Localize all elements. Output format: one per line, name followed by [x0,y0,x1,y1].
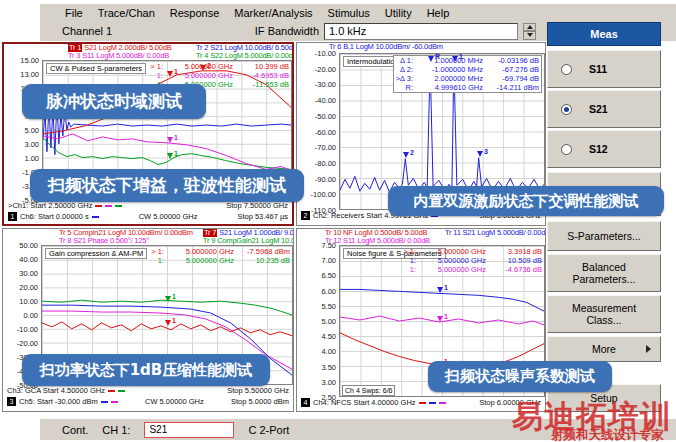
y-axis-tick: -20.00 [17,339,38,348]
plot-title: CW & Pulsed S-parameters [46,63,146,74]
trace-marker-icon: 1 [437,287,443,293]
y-axis-tick: 5.00 [321,317,336,326]
mk-v: -69.794 dB [483,74,539,83]
trace-marker-icon: 1 [167,71,173,77]
trace-marker-number: 2 [207,62,211,69]
sweep-right: Stop 5.50000 GHz [227,386,289,395]
trace-marker-number: 1 [172,317,176,324]
y-axis-tick: -10.00 [315,49,336,58]
mk-l: > 1: [150,62,163,71]
trace-marker-number: 1 [172,293,176,300]
trace-desc: S11 LogM 5.000dB/ 0.00dB [80,51,169,60]
spinner-down-icon[interactable] [523,31,536,40]
trace-marker-number: 1 [174,68,178,75]
mk-v: 3.3918 dB [486,247,542,256]
trace-desc: B,1 LogM 10.00dBm/ -60.0dBm [341,43,443,51]
trace-legend-row: Tr 3 S11 LogM 5.000dB/ 0.00dBTr 4 S22 Lo… [4,52,292,60]
trace-label: Tr 9 CompGain21 LogM 10.00dB/ 0.00dB [203,237,293,245]
menu-item-response[interactable]: Response [170,7,220,19]
mk-x: 5.000000 GHz [164,247,234,256]
trace-marker-icon: 1 [167,137,173,143]
sidebar-button-more[interactable]: More [547,336,661,362]
menu-item-trace-chan[interactable]: Trace/Chan [98,7,155,19]
marker-row: >Δ 3:2.000000 MHz-69.794 dB [396,74,539,83]
marker-row: R:4.999610 GHz-14.211 dBm [396,83,539,92]
trace-marker-number: 1 [174,150,178,157]
callout-dual-source-imd: 内置双源激励状态下交调性能测试 [388,186,664,216]
marker-row: > 1:5.000000 GHz10.399 dB [150,62,289,71]
if-bandwidth-input[interactable]: 1.0 kHz [324,23,518,40]
mk-x: 5.000000 GHz [416,247,486,256]
sweep-right: Stop 53.467 µs [237,212,288,221]
if-bandwidth-group: IF Bandwidth 1.0 kHz [255,23,536,40]
sweep-info: Ch3: GCA Start 4.50000 GHzStop 5.50000 G… [3,385,293,407]
mk-l: Δ 1: [400,56,413,65]
marker-row: Δ 2:-1.000000 MHz-67.276 dB [396,65,539,74]
sweep-right: Stop 7.50000 GHz [226,201,288,210]
trace-marker-number: R [435,53,440,60]
menu-item-utility[interactable]: Utility [385,7,412,19]
y-axis-tick: 40.00 [19,255,38,264]
status-bar: Cont. CH 1: S21 C 2-Port [40,419,676,440]
trace-desc: CompGain21 LogM 10.00dB/ 0.00dB [215,236,293,245]
meas-menu-header[interactable]: Meas [547,22,661,46]
trace-color-dash [92,216,99,218]
sidebar-button-s12[interactable]: S12 [547,130,661,168]
menu-item-stimulus[interactable]: Stimulus [328,7,370,19]
sidebar-button-s21[interactable]: S21 [547,90,661,128]
mk-v: 10.235 dB [234,256,290,265]
sweep-info-row: 3Ch5: Start -30.000 dBmCW 5.00000 GHzSto… [3,396,293,407]
y-axis-tick: 15.00 [20,56,39,65]
mk-v: -67.276 dB [483,65,539,74]
menu-item-help[interactable]: Help [427,7,450,19]
trace-color-dash [111,401,118,403]
menu-item-marker-analysis[interactable]: Marker/Analysis [234,7,312,19]
sweep-right: Stop 6.00000 GHz [479,398,541,407]
trace-marker-icon: 1 [452,56,458,62]
trace-marker-icon: 1 [165,320,171,326]
trace-id: Tr 11 [445,229,461,237]
radio-label: S12 [589,143,608,155]
if-bandwidth-label: IF Bandwidth [255,25,319,37]
mk-v: 10.399 dB [233,62,289,71]
marker-row: 1:5.000000 GHz10.509 dB [403,256,542,265]
radio-label: S11 [589,63,607,75]
sweep-indicator-label: Ch 4 Swps: 6/6 [345,386,392,395]
trace-marker-number: 1 [459,53,463,60]
channel-label: Channel 1 [62,25,112,37]
trace-label: Tr 6 B,1 LogM 10.00dBm/ -60.0dBm [329,43,443,51]
sidebar-button-s11[interactable]: S11 [547,50,661,88]
trace-color-dash [105,205,112,207]
sidebar-button-balanced-parameters[interactable]: Balanced Parameters... [547,254,661,292]
mk-v: 10.509 dB [486,256,542,265]
menu-item-file[interactable]: File [65,7,83,19]
radio-selected-icon [561,104,572,115]
y-axis-tick: 4.00 [321,347,336,356]
marker-row: > 1:5.000000 GHz3.3918 dB [403,247,542,256]
y-axis-tick: 50.00 [19,241,38,250]
sweep-mid: CW 5.00000 GHz [139,212,198,221]
y-axis-tick: 10.00 [19,297,38,306]
y-axis-tick: -100.00 [311,190,336,199]
sidebar-button-s-parameters[interactable]: S-Parameters... [547,221,661,251]
callout-swept-gain-vswr: 扫频状态下增益，驻波性能测试 [30,169,304,202]
if-bandwidth-spinner[interactable] [523,23,536,40]
spinner-up-icon[interactable] [523,23,536,32]
y-axis-tick: -30.00 [315,80,336,89]
trace-marker-number: 2 [410,149,414,156]
trace-id: Tr 3 [68,51,80,60]
sweep-mid: CW 5.00000 GHz [145,397,204,406]
trace-desc: S21 LogM 5.000dB/ 0.00dB [461,229,545,237]
sweep-info-row: Ch3: GCA Start 4.50000 GHzStop 5.50000 G… [3,385,293,396]
mk-x: -1.000000 MHz [413,65,483,74]
mk-x: 5.000000 GHz [416,265,486,274]
menu-bar: FileTrace/ChanResponseMarker/AnalysisSti… [40,4,676,21]
trace-marker-number: 1 [174,134,178,141]
status-cal-label: C 2-Port [248,424,289,436]
trace-id: Tr 8 [59,236,71,245]
trace-id: Tr 9 [203,236,215,245]
y-axis-tick: -20.00 [315,64,336,73]
y-axis-tick: 3.00 [321,377,336,386]
y-axis-tick: -50.00 [315,111,336,120]
sidebar-button-measurement-class[interactable]: Measurement Class... [547,295,661,333]
